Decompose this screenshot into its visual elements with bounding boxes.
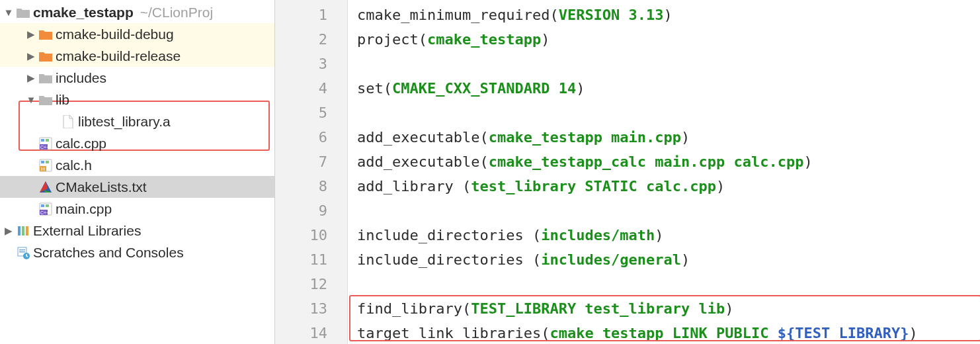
tree-label: includes: [54, 70, 106, 86]
code-line[interactable]: add_executable(cmake_testapp_calc main.c…: [357, 150, 980, 174]
chevron-right-icon[interactable]: ▶: [3, 225, 15, 237]
code-line[interactable]: [357, 198, 980, 223]
code-line[interactable]: find_library(TEST_LIBRARY test_library l…: [357, 296, 980, 321]
code-line[interactable]: add_executable(cmake_testapp main.cpp): [357, 125, 980, 150]
line-number: 4: [275, 76, 347, 101]
line-number: 13: [275, 296, 347, 321]
svg-rect-8: [41, 161, 44, 163]
code-line[interactable]: [357, 101, 980, 125]
svg-rect-17: [46, 204, 49, 207]
tree-row-external-libs[interactable]: ▶ External Libraries: [0, 220, 274, 241]
chevron-right-icon[interactable]: ▶: [25, 72, 37, 84]
code-line[interactable]: add_library (test_library STATIC calc.cp…: [357, 174, 980, 198]
code-line[interactable]: set(CMAKE_CXX_STANDARD 14): [357, 76, 980, 101]
svg-rect-19: [22, 226, 24, 236]
tree-row-build-debug[interactable]: ▶ cmake-build-debug: [0, 23, 274, 45]
code-line[interactable]: include_directories (includes/general): [357, 247, 980, 272]
code-line[interactable]: cmake_minimum_required(VERSION 3.13): [357, 3, 980, 27]
line-number: 3: [275, 52, 347, 76]
tree-row-lib[interactable]: ▼ lib: [0, 89, 274, 110]
folder-excluded-icon: [37, 29, 54, 40]
external-libs-icon: [15, 224, 32, 237]
line-number: 6: [275, 125, 347, 150]
tree-label: lib: [54, 92, 69, 108]
svg-text:C++: C++: [40, 210, 49, 215]
svg-rect-3: [41, 139, 44, 142]
tree-row-includes[interactable]: ▶ includes: [0, 67, 274, 89]
folder-icon: [15, 7, 32, 18]
line-number: 12: [275, 272, 347, 296]
tree-path-hint: ~/CLionProj: [134, 5, 213, 21]
tree-label: Scratches and Consoles: [32, 245, 184, 261]
scratches-icon: [15, 246, 32, 259]
cpp-file-icon: C++: [37, 202, 54, 216]
tree-label: libtest_library.a: [77, 114, 171, 130]
tree-label: cmake_testapp: [32, 5, 134, 21]
tree-label: cmake-build-debug: [54, 26, 174, 42]
code-line[interactable]: [357, 52, 980, 76]
svg-rect-16: [41, 204, 44, 207]
line-number: 9: [275, 198, 347, 223]
svg-text:H: H: [41, 166, 45, 172]
chevron-right-icon[interactable]: ▶: [25, 50, 37, 62]
svg-rect-23: [19, 251, 25, 253]
folder-excluded-icon: [37, 51, 54, 62]
line-number: 14: [275, 321, 347, 344]
editor-content[interactable]: cmake_minimum_required(VERSION 3.13) pro…: [348, 0, 980, 344]
line-number: 7: [275, 150, 347, 174]
line-number: 10: [275, 223, 347, 247]
tree-label: cmake-build-release: [54, 48, 181, 64]
project-tree[interactable]: ▼ cmake_testapp ~/CLionProj ▶ cmake-buil…: [0, 0, 275, 344]
tree-label: calc.h: [54, 157, 92, 173]
tree-row-calc-h[interactable]: H calc.h: [0, 154, 274, 176]
line-number: 11: [275, 247, 347, 272]
chevron-down-icon[interactable]: ▼: [25, 94, 37, 105]
tree-row-build-release[interactable]: ▶ cmake-build-release: [0, 45, 274, 67]
svg-rect-4: [46, 139, 49, 142]
code-editor[interactable]: 1 2 3 4 5 6 7 8 9 10 11 12 13 14 cmake_m…: [275, 0, 980, 344]
cpp-file-icon: C++: [37, 137, 54, 150]
tree-label: calc.cpp: [54, 136, 106, 151]
tree-label: CMakeLists.txt: [54, 179, 147, 195]
code-line[interactable]: project(cmake_testapp): [357, 27, 980, 52]
folder-icon: [37, 95, 54, 105]
tree-label: main.cpp: [54, 201, 112, 217]
cmake-file-icon: [37, 181, 54, 194]
code-line[interactable]: [357, 272, 980, 296]
line-number: 2: [275, 27, 347, 52]
tree-row-main-cpp[interactable]: C++ main.cpp: [0, 198, 274, 220]
file-icon: [60, 115, 77, 128]
line-number: 1: [275, 3, 347, 27]
svg-rect-20: [26, 226, 28, 236]
editor-gutter: 1 2 3 4 5 6 7 8 9 10 11 12 13 14: [275, 0, 348, 344]
tree-row-root[interactable]: ▼ cmake_testapp ~/CLionProj: [0, 1, 274, 23]
svg-text:C++: C++: [40, 145, 49, 150]
tree-row-calc-cpp[interactable]: C++ calc.cpp: [0, 132, 274, 154]
svg-rect-9: [46, 161, 49, 163]
line-number: 5: [275, 101, 347, 125]
tree-row-cmakelists[interactable]: CMakeLists.txt: [0, 176, 274, 198]
h-file-icon: H: [37, 159, 54, 172]
folder-icon: [37, 73, 54, 83]
tree-label: External Libraries: [32, 223, 141, 239]
line-number: 8: [275, 174, 347, 198]
chevron-down-icon[interactable]: ▼: [3, 7, 15, 18]
svg-rect-18: [18, 226, 20, 236]
code-line[interactable]: include_directories (includes/math): [357, 223, 980, 247]
code-line[interactable]: target_link_libraries(cmake_testapp LINK…: [357, 321, 980, 344]
svg-rect-22: [19, 249, 25, 251]
tree-row-scratches[interactable]: Scratches and Consoles: [0, 241, 274, 263]
tree-row-libfile[interactable]: libtest_library.a: [0, 110, 274, 132]
chevron-right-icon[interactable]: ▶: [25, 28, 37, 40]
